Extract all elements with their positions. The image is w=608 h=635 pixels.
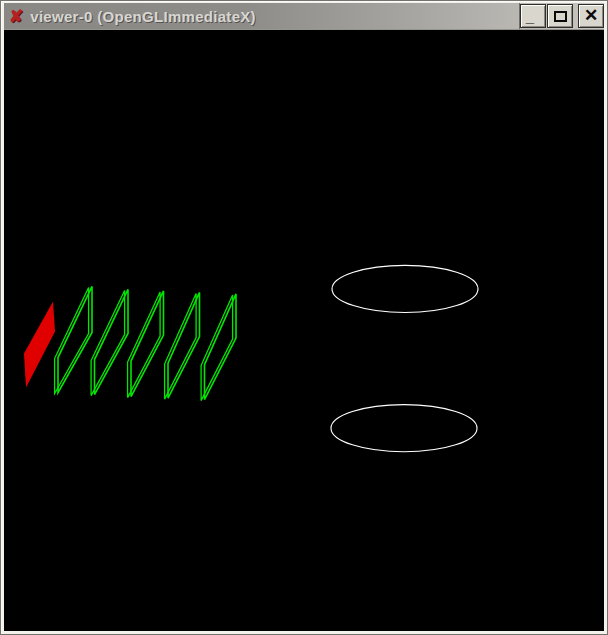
close-icon: ✕ (584, 7, 598, 24)
titlebar-separator (519, 3, 520, 29)
white-ellipse-2 (331, 405, 477, 452)
minimize-button[interactable]: _ (520, 4, 546, 28)
window-title: viewer-0 (OpenGLImmediateX) (30, 8, 256, 25)
maximize-icon (554, 11, 567, 22)
titlebar[interactable]: ✘ viewer-0 (OpenGLImmediateX) _ ✕ (4, 3, 604, 30)
opengl-viewport[interactable] (4, 30, 604, 631)
red-quad (24, 301, 55, 387)
maximize-button[interactable] (547, 4, 573, 28)
viewer-window: ✘ viewer-0 (OpenGLImmediateX) _ ✕ (0, 0, 608, 635)
minimize-icon: _ (526, 9, 534, 24)
window-controls: _ ✕ (520, 3, 604, 29)
gl-canvas-svg (4, 30, 604, 631)
close-button[interactable]: ✕ (578, 4, 604, 28)
app-x-icon: ✘ (9, 8, 23, 25)
white-ellipse-1 (332, 265, 478, 312)
